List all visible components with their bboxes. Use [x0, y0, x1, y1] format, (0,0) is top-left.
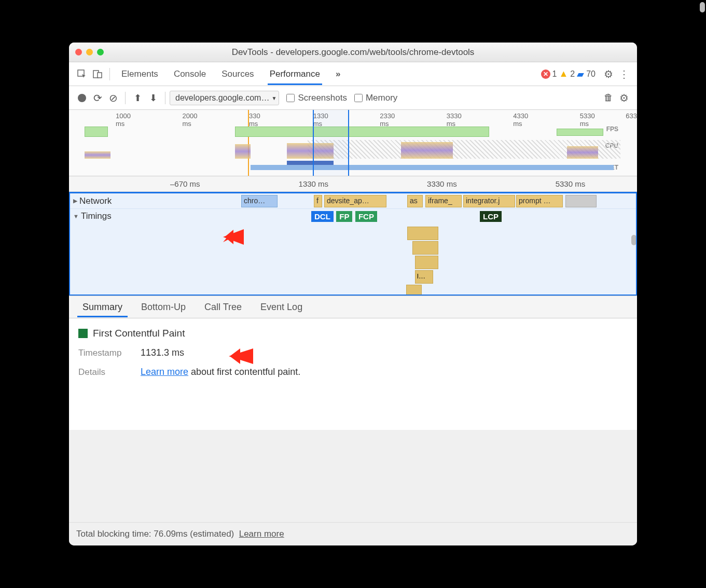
expand-icon[interactable]: ▶ — [73, 198, 77, 204]
lcp-badge[interactable]: LCP — [480, 211, 502, 222]
flame-chart[interactable]: ▶Network chro… f devsite_ap… as iframe_ … — [69, 192, 637, 296]
save-profile-icon[interactable]: ⬇ — [145, 90, 161, 106]
network-item[interactable]: chro… — [241, 195, 278, 207]
metric-name: First Contentful Paint — [93, 328, 185, 339]
inspect-element-icon[interactable] — [74, 66, 90, 82]
svg-rect-2 — [98, 73, 102, 78]
long-task[interactable] — [415, 256, 438, 269]
trash-icon[interactable]: 🗑 — [601, 90, 616, 106]
overview-panel[interactable]: 1000 ms2000 ms330 ms1330 ms2330 ms3330 m… — [69, 110, 637, 176]
tab-elements[interactable]: Elements — [119, 64, 160, 85]
metric-title-row: First Contentful Paint — [78, 328, 628, 339]
details-row: Details Learn more about first contentfu… — [78, 367, 628, 377]
timings-track[interactable]: ▼Timings DCL FP FCP LCP l… — [70, 209, 636, 296]
network-item[interactable] — [565, 195, 597, 207]
divider — [109, 68, 110, 80]
main-tabbar: Elements Console Sources Performance » ✕… — [69, 62, 637, 86]
window-title: DevTools - developers.google.com/web/too… — [69, 47, 637, 58]
summary-panel: First Contentful Paint Timestamp 1131.3 … — [69, 318, 637, 430]
timestamp-row: Timestamp 1131.3 ms — [78, 347, 628, 358]
dcl-badge[interactable]: DCL — [311, 211, 334, 222]
metric-swatch — [78, 329, 88, 338]
record-button[interactable] — [74, 90, 90, 106]
tab-console[interactable]: Console — [172, 64, 208, 85]
warning-icon: ▲ — [559, 68, 568, 79]
console-badges[interactable]: ✕1 ▲2 ▰70 — [541, 68, 596, 80]
info-icon: ▰ — [577, 68, 584, 80]
warning-count: 2 — [570, 69, 575, 79]
timestamp-value: 1131.3 ms — [141, 347, 184, 358]
long-task[interactable] — [407, 227, 438, 240]
error-count: 1 — [552, 69, 557, 79]
footer-learn-more-link[interactable]: Learn more — [239, 529, 284, 539]
titlebar: DevTools - developers.google.com/web/too… — [69, 43, 637, 62]
svg-marker-4 — [225, 230, 233, 244]
memory-checkbox[interactable]: Memory — [354, 93, 397, 103]
tab-bottom-up[interactable]: Bottom-Up — [132, 298, 195, 317]
settings-gear-icon[interactable]: ⚙ — [601, 66, 616, 82]
main-tabs: Elements Console Sources Performance » — [119, 64, 342, 85]
long-task[interactable] — [412, 241, 438, 255]
network-track[interactable]: ▶Network chro… f devsite_ap… as iframe_ … — [70, 193, 636, 209]
devtools-window: DevTools - developers.google.com/web/too… — [69, 43, 637, 545]
network-item[interactable]: as — [407, 195, 423, 207]
fcp-badge[interactable]: FCP — [355, 211, 377, 222]
more-menu-icon[interactable]: ⋮ — [616, 66, 632, 82]
blocking-time-value: 76.09ms (estimated) — [154, 529, 234, 539]
capture-settings-gear-icon[interactable]: ⚙ — [616, 90, 632, 106]
fps-lane: FPS — [69, 124, 620, 137]
screenshots-checkbox[interactable]: Screenshots — [286, 93, 347, 103]
tab-summary[interactable]: Summary — [73, 298, 132, 317]
long-task[interactable]: l… — [415, 270, 433, 284]
clear-button[interactable]: ⊘ — [105, 90, 121, 106]
net-lane: NET — [69, 161, 620, 174]
tabs-overflow-button[interactable]: » — [334, 64, 342, 85]
empty-area — [69, 430, 637, 523]
network-item[interactable]: iframe_ — [425, 195, 462, 207]
details-tabbar: Summary Bottom-Up Call Tree Event Log — [69, 296, 637, 318]
network-item[interactable]: f — [314, 195, 322, 207]
recording-select[interactable]: developers.google.com… — [170, 91, 279, 105]
learn-more-link[interactable]: Learn more — [141, 367, 188, 377]
close-window-button[interactable] — [75, 49, 82, 55]
load-profile-icon[interactable]: ⬆ — [130, 90, 145, 106]
reload-record-button[interactable]: ⟳ — [90, 90, 105, 106]
tab-sources[interactable]: Sources — [219, 64, 256, 85]
minimize-window-button[interactable] — [86, 49, 93, 55]
tab-event-log[interactable]: Event Log — [251, 298, 312, 317]
zoom-window-button[interactable] — [97, 49, 104, 55]
performance-toolbar: ⟳ ⊘ ⬆ ⬇ developers.google.com… Screensho… — [69, 86, 637, 110]
error-icon: ✕ — [541, 69, 550, 79]
network-item[interactable]: integrator.j — [463, 195, 515, 207]
network-item[interactable]: devsite_ap… — [324, 195, 386, 207]
annotation-arrow-icon — [219, 344, 256, 373]
fp-badge[interactable]: FP — [336, 211, 352, 222]
tab-performance[interactable]: Performance — [268, 64, 322, 85]
footer: Total blocking time: 76.09ms (estimated)… — [69, 522, 637, 545]
scrollbar-thumb[interactable] — [631, 235, 636, 245]
network-item[interactable]: prompt … — [516, 195, 563, 207]
tab-call-tree[interactable]: Call Tree — [195, 298, 251, 317]
device-toolbar-icon[interactable] — [90, 66, 105, 82]
svg-marker-6 — [230, 348, 240, 364]
long-task[interactable] — [406, 285, 422, 296]
collapse-icon[interactable]: ▼ — [73, 213, 79, 219]
traffic-lights — [75, 49, 104, 55]
cpu-lane: CPU — [69, 140, 620, 159]
info-count: 70 — [586, 69, 596, 79]
timeline-ruler[interactable]: –670 ms 1330 ms 3330 ms 5330 ms — [69, 176, 637, 192]
